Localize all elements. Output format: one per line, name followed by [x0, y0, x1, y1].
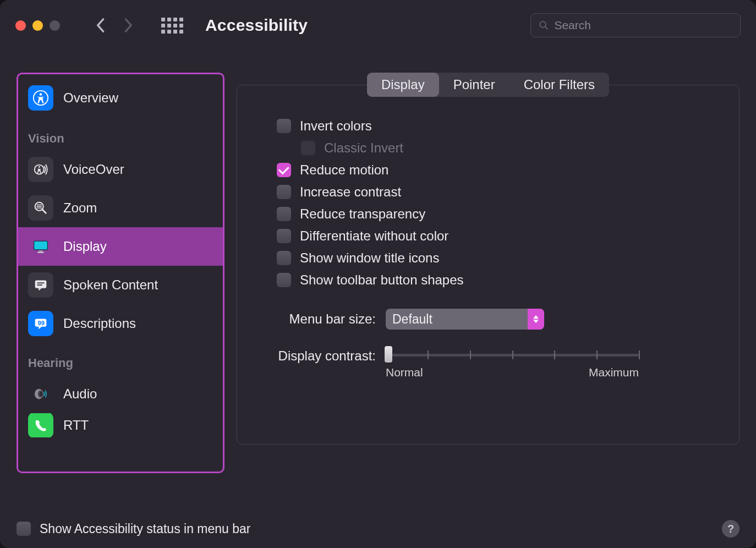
sidebar-item-label: Descriptions — [63, 316, 136, 331]
check-label: Reduce transparency — [300, 206, 425, 222]
chevron-right-icon — [124, 18, 134, 33]
check-label: Differentiate without color — [300, 228, 448, 244]
toolbar: Accessibility — [0, 0, 756, 51]
svg-line-1 — [545, 26, 547, 29]
sidebar-item-zoom[interactable]: Zoom — [18, 189, 223, 227]
tab-bar: Display Pointer Color Filters — [367, 73, 609, 97]
audio-icon — [28, 381, 53, 407]
checkbox-reduce-transparency[interactable]: Reduce transparency — [277, 206, 717, 222]
sidebar-item-display[interactable]: Display — [18, 227, 223, 266]
checkbox-invert-colors[interactable]: Invert colors — [277, 118, 717, 134]
help-icon: ? — [727, 523, 734, 535]
checkbox-differentiate-without-color[interactable]: Differentiate without color — [277, 228, 717, 244]
svg-rect-11 — [34, 241, 48, 250]
checkbox-icon — [17, 522, 31, 536]
forward-button[interactable] — [119, 16, 138, 35]
sidebar-item-audio[interactable]: Audio — [18, 375, 223, 413]
checkbox-icon — [277, 185, 291, 199]
check-label: Reduce motion — [300, 162, 388, 178]
search-field[interactable] — [530, 13, 741, 37]
sidebar-item-label: Zoom — [63, 200, 97, 216]
zoom-icon — [28, 195, 53, 221]
display-icon — [28, 234, 53, 259]
svg-rect-15 — [35, 281, 47, 288]
svg-point-3 — [40, 93, 42, 96]
checkbox-icon — [301, 141, 315, 155]
page-title: Accessibility — [205, 16, 308, 35]
search-icon — [539, 20, 549, 31]
sidebar-item-voiceover[interactable]: VoiceOver — [18, 150, 223, 189]
svg-rect-16 — [37, 282, 44, 283]
search-input[interactable] — [554, 19, 732, 32]
sidebar-item-label: Spoken Content — [63, 277, 158, 293]
checkbox-show-toolbar-button-shapes[interactable]: Show toolbar button shapes — [277, 272, 717, 288]
checkbox-show-accessibility-status[interactable]: Show Accessibility status in menu bar — [17, 522, 251, 536]
descriptions-icon: 99 — [28, 311, 53, 336]
tab-color-filters[interactable]: Color Filters — [510, 73, 609, 97]
svg-point-5 — [39, 166, 40, 168]
check-label: Show toolbar button shapes — [300, 272, 464, 288]
checkbox-list: Invert colors Classic Invert Reduce moti… — [277, 118, 717, 288]
zoom-window-button[interactable] — [50, 20, 60, 31]
svg-rect-13 — [39, 250, 43, 252]
tab-pointer[interactable]: Pointer — [439, 73, 510, 97]
body: Overview Vision VoiceOver Zoom Displa — [0, 51, 756, 509]
accessibility-window: Accessibility Overview Vision VoiceOver — [0, 0, 756, 548]
checkbox-icon — [277, 119, 291, 133]
menu-bar-size-label: Menu bar size: — [262, 311, 376, 327]
check-label: Invert colors — [300, 118, 372, 134]
accessibility-icon — [28, 85, 53, 111]
checkbox-icon — [277, 273, 291, 287]
svg-rect-14 — [37, 252, 44, 253]
show-all-button[interactable] — [161, 18, 183, 34]
help-button[interactable]: ? — [722, 520, 739, 538]
display-contrast-row: Display contrast: — [262, 346, 717, 379]
sidebar-item-descriptions[interactable]: 99 Descriptions — [18, 304, 223, 343]
sidebar-section-hearing: Hearing — [18, 343, 223, 375]
voiceover-icon — [28, 157, 53, 182]
rtt-icon — [28, 413, 53, 437]
menu-bar-size-row: Menu bar size: Default — [262, 309, 717, 330]
svg-text:99: 99 — [37, 320, 45, 326]
checkbox-icon — [277, 207, 291, 221]
svg-line-7 — [42, 210, 46, 213]
checkbox-reduce-motion[interactable]: Reduce motion — [277, 162, 717, 178]
display-panel: Invert colors Classic Invert Reduce moti… — [237, 85, 739, 445]
check-label: Classic Invert — [324, 140, 403, 156]
sidebar-item-label: Overview — [63, 90, 118, 106]
svg-rect-17 — [37, 284, 42, 286]
checkbox-increase-contrast[interactable]: Increase contrast — [277, 184, 717, 200]
select-value: Default — [392, 312, 432, 327]
window-controls — [15, 20, 60, 31]
check-label: Show window title icons — [300, 250, 439, 266]
sidebar-item-overview[interactable]: Overview — [18, 78, 223, 118]
check-label: Increase contrast — [300, 184, 401, 200]
select-caret-icon — [528, 309, 544, 330]
footer: Show Accessibility status in menu bar ? — [0, 509, 756, 548]
chevron-left-icon — [95, 18, 105, 33]
spoken-content-icon — [28, 272, 53, 298]
sidebar-section-vision: Vision — [18, 118, 223, 150]
sidebar-item-label: Display — [63, 239, 107, 254]
slider-min-label: Normal — [386, 366, 423, 379]
checkbox-icon — [277, 251, 291, 265]
main-panel: Display Pointer Color Filters Invert col… — [237, 73, 739, 498]
sidebar-item-label: RTT — [63, 418, 89, 433]
sidebar: Overview Vision VoiceOver Zoom Displa — [17, 73, 224, 473]
svg-point-23 — [40, 391, 42, 396]
sidebar-item-spoken-content[interactable]: Spoken Content — [18, 266, 223, 304]
slider-thumb[interactable] — [385, 346, 392, 363]
back-button[interactable] — [91, 16, 109, 35]
checkbox-classic-invert: Classic Invert — [301, 140, 717, 156]
sidebar-item-label: VoiceOver — [63, 162, 124, 177]
check-label: Show Accessibility status in menu bar — [40, 522, 251, 536]
checkbox-show-window-title-icons[interactable]: Show window title icons — [277, 250, 717, 266]
sidebar-item-rtt[interactable]: RTT — [18, 413, 223, 437]
menu-bar-size-select[interactable]: Default — [386, 309, 544, 330]
close-window-button[interactable] — [15, 20, 26, 31]
checkbox-icon-checked — [277, 163, 291, 177]
display-contrast-label: Display contrast: — [262, 346, 376, 364]
tab-display[interactable]: Display — [367, 73, 439, 97]
display-contrast-slider[interactable]: Normal Maximum — [386, 346, 639, 379]
minimize-window-button[interactable] — [32, 20, 43, 31]
